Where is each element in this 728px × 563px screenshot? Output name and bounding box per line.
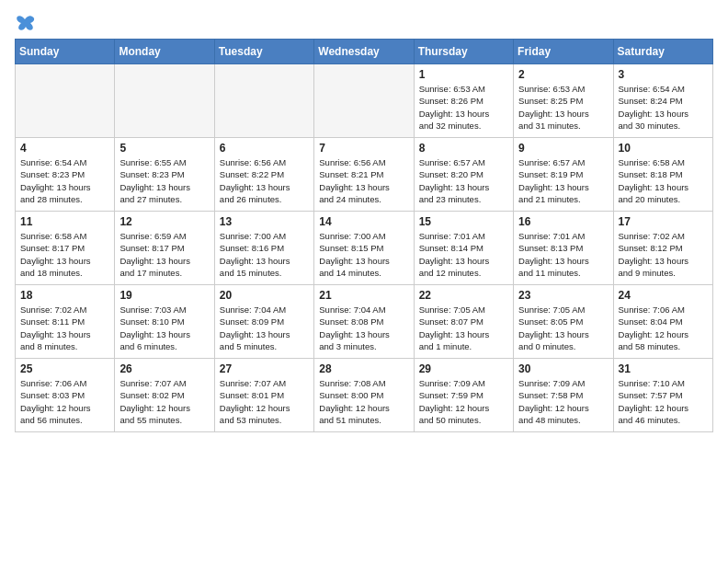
day-header-thursday: Thursday: [414, 40, 513, 64]
calendar-cell: 14Sunrise: 7:00 AM Sunset: 8:15 PM Dayli…: [314, 212, 414, 285]
day-number: 24: [619, 289, 708, 302]
day-number: 30: [518, 362, 608, 375]
calendar-cell: 3Sunrise: 6:54 AM Sunset: 8:24 PM Daylig…: [613, 64, 712, 138]
calendar-cell: 21Sunrise: 7:04 AM Sunset: 8:08 PM Dayli…: [314, 285, 414, 359]
calendar-cell: 31Sunrise: 7:10 AM Sunset: 7:57 PM Dayli…: [613, 359, 712, 432]
day-header-friday: Friday: [514, 40, 613, 64]
day-number: 15: [419, 215, 508, 228]
calendar-table: SundayMondayTuesdayWednesdayThursdayFrid…: [15, 39, 713, 432]
day-info: Sunrise: 6:56 AM Sunset: 8:21 PM Dayligh…: [319, 156, 408, 205]
day-number: 14: [319, 215, 408, 228]
day-info: Sunrise: 6:57 AM Sunset: 8:20 PM Dayligh…: [419, 156, 508, 205]
day-info: Sunrise: 7:04 AM Sunset: 8:08 PM Dayligh…: [319, 304, 408, 352]
day-number: 26: [119, 362, 209, 375]
day-info: Sunrise: 7:02 AM Sunset: 8:11 PM Dayligh…: [20, 304, 109, 352]
calendar-header-row: SundayMondayTuesdayWednesdayThursdayFrid…: [16, 40, 713, 64]
calendar-week-row: 4Sunrise: 6:54 AM Sunset: 8:23 PM Daylig…: [16, 138, 713, 212]
day-number: 11: [20, 215, 109, 228]
calendar-cell: 13Sunrise: 7:00 AM Sunset: 8:16 PM Dayli…: [214, 212, 313, 285]
calendar-cell: 1Sunrise: 6:53 AM Sunset: 8:26 PM Daylig…: [414, 64, 513, 138]
calendar-cell: 4Sunrise: 6:54 AM Sunset: 8:23 PM Daylig…: [16, 138, 115, 212]
calendar-cell: 5Sunrise: 6:55 AM Sunset: 8:23 PM Daylig…: [115, 138, 214, 212]
day-info: Sunrise: 6:53 AM Sunset: 8:26 PM Dayligh…: [419, 83, 508, 132]
calendar-cell: 28Sunrise: 7:08 AM Sunset: 8:00 PM Dayli…: [314, 359, 414, 432]
day-info: Sunrise: 6:58 AM Sunset: 8:18 PM Dayligh…: [619, 156, 708, 205]
calendar-week-row: 11Sunrise: 6:58 AM Sunset: 8:17 PM Dayli…: [16, 212, 713, 285]
logo-bird-icon: [16, 15, 36, 31]
calendar-cell: 2Sunrise: 6:53 AM Sunset: 8:25 PM Daylig…: [514, 64, 613, 138]
day-info: Sunrise: 7:06 AM Sunset: 8:04 PM Dayligh…: [619, 304, 708, 352]
day-header-monday: Monday: [115, 40, 214, 64]
day-info: Sunrise: 6:59 AM Sunset: 8:17 PM Dayligh…: [119, 230, 209, 279]
day-header-saturday: Saturday: [613, 40, 712, 64]
calendar-cell: 23Sunrise: 7:05 AM Sunset: 8:05 PM Dayli…: [514, 285, 613, 359]
day-number: 17: [619, 215, 708, 228]
day-info: Sunrise: 6:54 AM Sunset: 8:24 PM Dayligh…: [619, 83, 708, 132]
calendar-cell: 29Sunrise: 7:09 AM Sunset: 7:59 PM Dayli…: [414, 359, 513, 432]
day-info: Sunrise: 6:54 AM Sunset: 8:23 PM Dayligh…: [20, 156, 109, 205]
calendar-cell: 10Sunrise: 6:58 AM Sunset: 8:18 PM Dayli…: [613, 138, 712, 212]
day-info: Sunrise: 7:03 AM Sunset: 8:10 PM Dayligh…: [119, 304, 209, 352]
calendar-cell: 8Sunrise: 6:57 AM Sunset: 8:20 PM Daylig…: [414, 138, 513, 212]
day-info: Sunrise: 6:57 AM Sunset: 8:19 PM Dayligh…: [518, 156, 608, 205]
calendar-week-row: 25Sunrise: 7:06 AM Sunset: 8:03 PM Dayli…: [16, 359, 713, 432]
day-header-sunday: Sunday: [16, 40, 115, 64]
calendar-cell: [16, 64, 115, 138]
calendar-cell: 15Sunrise: 7:01 AM Sunset: 8:14 PM Dayli…: [414, 212, 513, 285]
calendar-week-row: 18Sunrise: 7:02 AM Sunset: 8:11 PM Dayli…: [16, 285, 713, 359]
day-number: 12: [119, 215, 209, 228]
day-info: Sunrise: 7:04 AM Sunset: 8:09 PM Dayligh…: [220, 304, 309, 352]
calendar-cell: 20Sunrise: 7:04 AM Sunset: 8:09 PM Dayli…: [214, 285, 313, 359]
day-info: Sunrise: 7:07 AM Sunset: 8:01 PM Dayligh…: [220, 377, 309, 426]
day-number: 25: [20, 362, 109, 375]
logo: [15, 15, 37, 28]
day-number: 19: [119, 289, 209, 302]
day-number: 7: [319, 142, 408, 155]
day-number: 20: [220, 289, 309, 302]
calendar-week-row: 1Sunrise: 6:53 AM Sunset: 8:26 PM Daylig…: [16, 64, 713, 138]
day-number: 23: [518, 289, 608, 302]
day-info: Sunrise: 6:56 AM Sunset: 8:22 PM Dayligh…: [220, 156, 309, 205]
day-header-tuesday: Tuesday: [214, 40, 313, 64]
day-number: 27: [220, 362, 309, 375]
day-number: 3: [619, 68, 708, 81]
calendar-cell: 30Sunrise: 7:09 AM Sunset: 7:58 PM Dayli…: [514, 359, 613, 432]
day-info: Sunrise: 6:55 AM Sunset: 8:23 PM Dayligh…: [119, 156, 209, 205]
day-info: Sunrise: 7:02 AM Sunset: 8:12 PM Dayligh…: [619, 230, 708, 279]
day-number: 5: [119, 142, 209, 155]
page-header: [15, 15, 713, 28]
day-number: 21: [319, 289, 408, 302]
day-info: Sunrise: 7:09 AM Sunset: 7:59 PM Dayligh…: [419, 377, 508, 426]
calendar-cell: 19Sunrise: 7:03 AM Sunset: 8:10 PM Dayli…: [115, 285, 214, 359]
calendar-cell: 18Sunrise: 7:02 AM Sunset: 8:11 PM Dayli…: [16, 285, 115, 359]
calendar-cell: 27Sunrise: 7:07 AM Sunset: 8:01 PM Dayli…: [214, 359, 313, 432]
day-number: 22: [419, 289, 508, 302]
day-info: Sunrise: 6:58 AM Sunset: 8:17 PM Dayligh…: [20, 230, 109, 279]
day-number: 16: [518, 215, 608, 228]
calendar-cell: 22Sunrise: 7:05 AM Sunset: 8:07 PM Dayli…: [414, 285, 513, 359]
calendar-cell: 16Sunrise: 7:01 AM Sunset: 8:13 PM Dayli…: [514, 212, 613, 285]
day-number: 18: [20, 289, 109, 302]
day-info: Sunrise: 7:06 AM Sunset: 8:03 PM Dayligh…: [20, 377, 109, 426]
day-number: 29: [419, 362, 508, 375]
day-number: 1: [419, 68, 508, 81]
calendar-cell: 6Sunrise: 6:56 AM Sunset: 8:22 PM Daylig…: [214, 138, 313, 212]
day-info: Sunrise: 7:08 AM Sunset: 8:00 PM Dayligh…: [319, 377, 408, 426]
calendar-cell: 9Sunrise: 6:57 AM Sunset: 8:19 PM Daylig…: [514, 138, 613, 212]
day-number: 8: [419, 142, 508, 155]
day-number: 10: [619, 142, 708, 155]
day-number: 28: [319, 362, 408, 375]
calendar-cell: 25Sunrise: 7:06 AM Sunset: 8:03 PM Dayli…: [16, 359, 115, 432]
day-number: 4: [20, 142, 109, 155]
day-info: Sunrise: 7:00 AM Sunset: 8:15 PM Dayligh…: [319, 230, 408, 279]
calendar-cell: 12Sunrise: 6:59 AM Sunset: 8:17 PM Dayli…: [115, 212, 214, 285]
calendar-cell: 11Sunrise: 6:58 AM Sunset: 8:17 PM Dayli…: [16, 212, 115, 285]
day-info: Sunrise: 7:05 AM Sunset: 8:05 PM Dayligh…: [518, 304, 608, 352]
day-info: Sunrise: 6:53 AM Sunset: 8:25 PM Dayligh…: [518, 83, 608, 132]
day-info: Sunrise: 7:01 AM Sunset: 8:13 PM Dayligh…: [518, 230, 608, 279]
calendar-cell: [214, 64, 313, 138]
calendar-cell: 24Sunrise: 7:06 AM Sunset: 8:04 PM Dayli…: [613, 285, 712, 359]
day-number: 2: [518, 68, 608, 81]
day-info: Sunrise: 7:09 AM Sunset: 7:58 PM Dayligh…: [518, 377, 608, 426]
day-info: Sunrise: 7:05 AM Sunset: 8:07 PM Dayligh…: [419, 304, 508, 352]
